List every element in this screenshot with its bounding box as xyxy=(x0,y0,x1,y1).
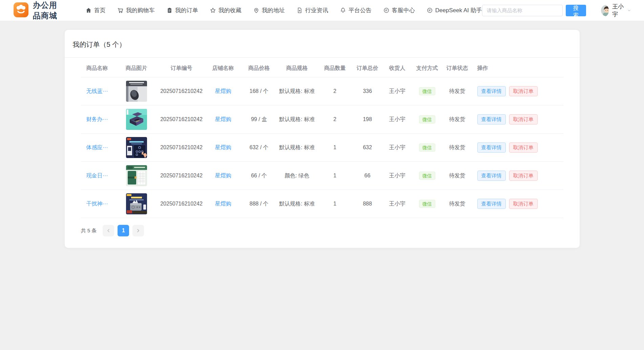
cancel-order-button[interactable]: 取消订单 xyxy=(509,86,538,96)
nav-favorites[interactable]: 我的收藏 xyxy=(210,6,242,14)
col-status: 订单状态 xyxy=(442,65,473,72)
brand-logo[interactable]: 办公用品商城 xyxy=(14,0,64,21)
nav-news[interactable]: 行业资讯 xyxy=(296,6,328,14)
col-quantity: 商品数量 xyxy=(317,65,353,72)
star-icon xyxy=(210,7,216,14)
nav-home[interactable]: 首页 xyxy=(85,6,106,14)
view-details-button[interactable]: 查看详情 xyxy=(477,114,506,124)
table-row: 体感应··· 20250716210242 星熠购 632 / 个 默认规格: … xyxy=(81,134,563,162)
order-number: 20250716210242 xyxy=(158,116,205,122)
store-link[interactable]: 星熠购 xyxy=(215,173,231,178)
col-store-name: 店铺名称 xyxy=(205,65,242,72)
service-chat-icon xyxy=(383,7,390,14)
cancel-order-button[interactable]: 取消订单 xyxy=(509,114,538,124)
product-image-green-cash-journal[interactable] xyxy=(126,165,147,186)
order-total: 66 xyxy=(353,173,382,179)
pagination: 共 5 条 1 xyxy=(81,225,563,236)
recipient: 王小宇 xyxy=(382,172,412,179)
view-details-button[interactable]: 查看详情 xyxy=(477,171,506,181)
brand-title: 办公用品商城 xyxy=(33,0,64,21)
order-number: 20250716210242 xyxy=(158,144,205,151)
pagination-prev-button[interactable] xyxy=(103,225,114,236)
col-recipient: 收货人 xyxy=(382,65,412,72)
chevron-left-icon xyxy=(106,229,110,233)
cancel-order-button[interactable]: 取消订单 xyxy=(509,142,538,153)
cancel-order-button[interactable]: 取消订单 xyxy=(509,199,538,209)
recipient: 王小宇 xyxy=(382,200,412,208)
table-header-row: 商品名称 商品图片 订单编号 店铺名称 商品价格 商品规格 商品数量 订单总价 … xyxy=(81,60,563,77)
product-name-link[interactable]: 现金日··· xyxy=(86,173,108,178)
user-menu[interactable]: 王小宇 xyxy=(601,3,630,18)
search-area: 搜索 xyxy=(482,5,586,16)
pagination-total: 共 5 条 xyxy=(81,228,97,234)
order-number: 20250716210242 xyxy=(158,173,205,179)
nav-announcements[interactable]: 平台公告 xyxy=(340,6,372,14)
col-payment: 支付方式 xyxy=(412,65,442,72)
order-total: 888 xyxy=(353,201,382,207)
cancel-order-button[interactable]: 取消订单 xyxy=(509,171,538,181)
payment-badge: 微信 xyxy=(419,200,435,208)
search-button[interactable]: 搜索 xyxy=(566,5,586,16)
product-spec: 颜色: 绿色 xyxy=(277,172,317,179)
product-image-smart-sensor-panel[interactable] xyxy=(126,137,147,158)
product-image-wireless-mouse[interactable] xyxy=(126,81,147,102)
view-details-button[interactable]: 查看详情 xyxy=(477,199,506,209)
store-link[interactable]: 星熠购 xyxy=(215,88,231,94)
bell-icon xyxy=(340,7,346,14)
order-status: 待发货 xyxy=(442,172,473,179)
store-link[interactable]: 星熠购 xyxy=(215,144,231,150)
nav-orders[interactable]: 我的订单 xyxy=(166,6,198,14)
product-name-link[interactable]: 干扰神··· xyxy=(86,201,108,207)
recipient: 王小宇 xyxy=(382,88,412,95)
store-logo-icon xyxy=(14,2,28,19)
product-price: 168 / 个 xyxy=(242,88,277,95)
product-spec: 默认规格: 标准 xyxy=(277,200,317,208)
avatar xyxy=(601,5,609,16)
col-product-image: 商品图片 xyxy=(115,65,158,72)
view-details-button[interactable]: 查看详情 xyxy=(477,142,506,153)
payment-badge: 微信 xyxy=(419,87,435,95)
product-spec: 默认规格: 标准 xyxy=(277,144,317,151)
col-total: 订单总价 xyxy=(353,65,382,72)
nav-ai-assistant[interactable]: DeepSeek AI 助手 xyxy=(427,6,482,14)
location-icon xyxy=(253,7,259,14)
col-product-name: 商品名称 xyxy=(81,65,115,72)
pagination-next-button[interactable] xyxy=(132,225,144,236)
order-number: 20250716210242 xyxy=(158,88,205,94)
table-row: 财务办··· 20250716210242 星熠购 99 / 盒 默认规格: 标… xyxy=(81,105,563,134)
product-spec: 默认规格: 标准 xyxy=(277,116,317,123)
nav-address[interactable]: 我的地址 xyxy=(253,6,285,14)
quantity: 1 xyxy=(317,173,353,179)
page-title: 我的订单（5 个） xyxy=(65,30,580,58)
chevron-down-icon xyxy=(628,8,630,13)
order-total: 198 xyxy=(353,116,382,122)
nav-cart[interactable]: 我的购物车 xyxy=(117,6,155,14)
product-price: 66 / 个 xyxy=(242,172,277,179)
quantity: 1 xyxy=(317,201,353,207)
orders-card: 我的订单（5 个） 商品名称 商品图片 订单编号 店铺名称 商品价格 商品规格 … xyxy=(65,30,580,248)
top-bar: 办公用品商城 首页 我的购物车 我的订单 我的收藏 我的地址 行业资讯 平 xyxy=(0,0,644,21)
pagination-page-1[interactable]: 1 xyxy=(118,225,129,236)
product-name-link[interactable]: 体感应··· xyxy=(86,144,108,150)
recipient: 王小宇 xyxy=(382,144,412,151)
store-link[interactable]: 星熠购 xyxy=(215,116,231,122)
product-name-link[interactable]: 财务办··· xyxy=(86,116,108,122)
store-link[interactable]: 星熠购 xyxy=(215,201,231,207)
product-image-audio-jammer-box[interactable] xyxy=(126,193,147,214)
col-actions: 操作 xyxy=(473,65,563,72)
view-details-button[interactable]: 查看详情 xyxy=(477,86,506,96)
home-icon xyxy=(85,7,92,14)
nav-support[interactable]: 客服中心 xyxy=(383,6,415,14)
col-order-number: 订单编号 xyxy=(158,65,205,72)
table-row: 现金日··· 20250716210242 星熠购 66 / 个 颜色: 绿色 … xyxy=(81,162,563,190)
col-spec: 商品规格 xyxy=(277,65,317,72)
chevron-right-icon xyxy=(136,229,140,233)
order-icon xyxy=(166,7,173,14)
search-input[interactable] xyxy=(482,5,563,16)
order-total: 632 xyxy=(353,144,382,151)
order-status: 待发货 xyxy=(442,116,473,123)
quantity: 2 xyxy=(317,116,353,122)
product-name-link[interactable]: 无线蓝··· xyxy=(86,88,108,94)
product-image-gift-box-set[interactable] xyxy=(126,109,147,130)
user-name: 王小宇 xyxy=(612,3,624,18)
